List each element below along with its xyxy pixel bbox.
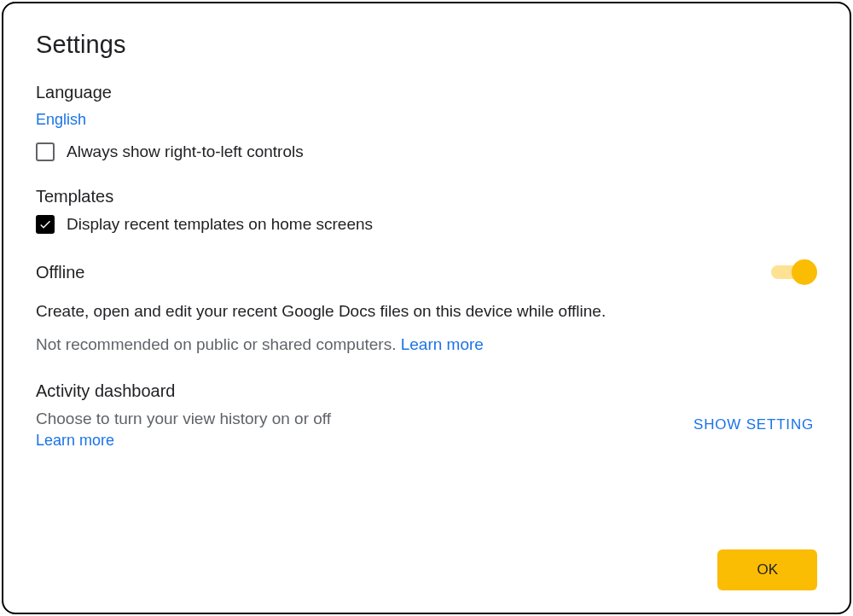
offline-header: Offline [36, 263, 84, 282]
templates-checkbox-row: Display recent templates on home screens [36, 215, 817, 234]
offline-warning-row: Not recommended on public or shared comp… [36, 334, 817, 357]
templates-section: Templates Display recent templates on ho… [36, 187, 817, 234]
toggle-thumb [792, 259, 817, 285]
templates-recent-label[interactable]: Display recent templates on home screens [67, 215, 373, 234]
offline-learn-more-link[interactable]: Learn more [401, 335, 484, 353]
dialog-title: Settings [36, 31, 817, 59]
language-section: Language English Always show right-to-le… [36, 83, 817, 161]
activity-description: Choose to turn your view history on or o… [36, 410, 673, 428]
rtl-checkbox-row: Always show right-to-left controls [36, 142, 817, 161]
language-header: Language [36, 83, 817, 102]
offline-header-row: Offline [36, 259, 817, 285]
templates-header: Templates [36, 187, 817, 206]
settings-dialog: Settings Language English Always show ri… [2, 2, 851, 614]
show-setting-button[interactable]: SHOW SETTING [690, 410, 817, 440]
templates-recent-checkbox[interactable] [36, 215, 55, 234]
activity-header: Activity dashboard [36, 381, 817, 401]
offline-description: Create, open and edit your recent Google… [36, 300, 817, 323]
activity-row: Choose to turn your view history on or o… [36, 410, 817, 450]
activity-section: Activity dashboard Choose to turn your v… [36, 381, 817, 450]
activity-left: Choose to turn your view history on or o… [36, 410, 673, 450]
offline-toggle[interactable] [771, 259, 817, 285]
check-icon [38, 218, 52, 231]
offline-section: Offline Create, open and edit your recen… [36, 259, 817, 356]
offline-warning-text: Not recommended on public or shared comp… [36, 335, 401, 353]
language-current-link[interactable]: English [36, 111, 86, 129]
activity-learn-more-link[interactable]: Learn more [36, 432, 114, 449]
dialog-footer: OK [36, 549, 817, 590]
rtl-checkbox-label[interactable]: Always show right-to-left controls [67, 142, 304, 161]
rtl-checkbox[interactable] [36, 142, 55, 161]
ok-button[interactable]: OK [717, 549, 817, 590]
